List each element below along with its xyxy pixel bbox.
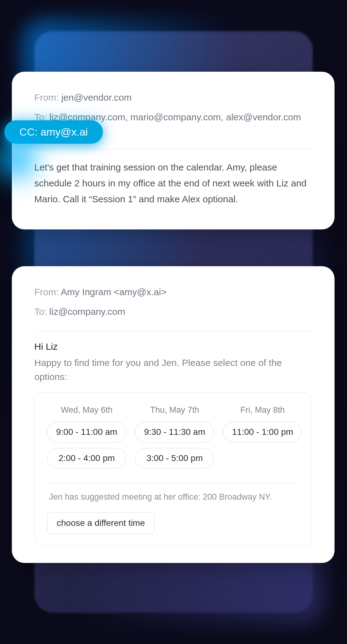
options-divider bbox=[47, 483, 299, 483]
email-card-response: From: Amy Ingram <amy@x.ai> To: liz@comp… bbox=[12, 266, 335, 563]
slot-col-wed: Wed, May 6th 9:00 - 11:00 am 2:00 - 4:00… bbox=[47, 405, 126, 474]
header-divider-2 bbox=[34, 331, 312, 331]
slot-col-fri: Fri, May 8th 11:00 - 1:00 pm bbox=[223, 405, 302, 474]
time-slot-button[interactable]: 9:30 - 11:30 am bbox=[135, 422, 214, 442]
email-card-request: From: jen@vendor.com To: liz@company.com… bbox=[12, 72, 335, 229]
from-value: jen@vendor.com bbox=[61, 92, 132, 103]
time-slot-button[interactable]: 2:00 - 4:00 pm bbox=[47, 448, 126, 469]
email-body: Let's get that training session on the c… bbox=[34, 159, 312, 207]
time-slot-button[interactable]: 11:00 - 1:00 pm bbox=[223, 422, 302, 442]
to-line-2: To: liz@company.com bbox=[34, 305, 312, 319]
slot-col-thu: Thu, May 7th 9:30 - 11:30 am 3:00 - 5:00… bbox=[135, 405, 214, 474]
slot-columns: Wed, May 6th 9:00 - 11:00 am 2:00 - 4:00… bbox=[47, 405, 299, 474]
location-note: Jen has suggested meeting at her office:… bbox=[47, 491, 299, 503]
greeting: Hi Liz bbox=[34, 341, 312, 352]
to-value-2: liz@company.com bbox=[49, 306, 125, 317]
header-divider bbox=[34, 149, 312, 149]
glow-accent bbox=[0, 125, 50, 193]
time-slot-button[interactable]: 3:00 - 5:00 pm bbox=[135, 448, 214, 469]
from-label-2: From: bbox=[34, 287, 61, 297]
time-slot-button[interactable]: 9:00 - 11:00 am bbox=[47, 422, 126, 442]
from-label: From: bbox=[34, 92, 61, 103]
intro-text: Happy to find time for you and Jen. Plea… bbox=[34, 356, 312, 384]
time-options-box: Wed, May 6th 9:00 - 11:00 am 2:00 - 4:00… bbox=[34, 392, 312, 545]
to-label-2: To: bbox=[34, 306, 49, 317]
date-label-fri: Fri, May 8th bbox=[240, 405, 285, 415]
date-label-thu: Thu, May 7th bbox=[150, 405, 199, 415]
from-line-2: From: Amy Ingram <amy@x.ai> bbox=[34, 285, 312, 299]
date-label-wed: Wed, May 6th bbox=[61, 405, 113, 415]
choose-different-time-button[interactable]: choose a different time bbox=[47, 512, 155, 534]
from-value-2: Amy Ingram <amy@x.ai> bbox=[61, 287, 166, 297]
from-line: From: jen@vendor.com bbox=[34, 90, 312, 104]
